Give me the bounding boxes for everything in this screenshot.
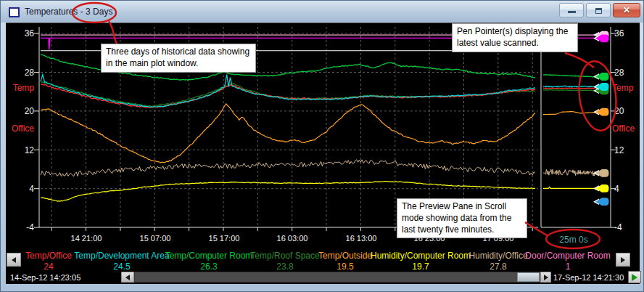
x-tick-4: 16 13:00 [339, 234, 383, 243]
window-title: Temperatures - 3 Days [25, 7, 112, 17]
legend-pen-name: Door/Computer Room [521, 251, 615, 261]
titlebar[interactable]: Temperatures - 3 Days ✕ [1, 1, 643, 23]
legend-pen-value: 1 [521, 262, 615, 272]
x-tick-3: 16 03:00 [271, 234, 314, 243]
scrollbar-right-button[interactable] [540, 272, 551, 283]
y-tick-right-36: 36 [614, 28, 643, 38]
maximize-button[interactable] [586, 3, 611, 17]
pen-axis-label-office-left: Office [2, 123, 34, 134]
arrow-right-icon [621, 257, 625, 263]
y-tick-left-28: 28 [2, 68, 34, 78]
close-button[interactable]: ✕ [613, 3, 640, 17]
window-icon [9, 7, 20, 17]
minimize-icon [568, 11, 576, 13]
maximize-icon [595, 8, 602, 14]
app-window: Temperatures - 3 Days ✕ 36 28 20 12 4 -4… [0, 0, 644, 292]
pen-axis-label-temp-left: Temp [2, 83, 34, 93]
close-icon: ✕ [614, 5, 640, 15]
y-tick-right-4: 4 [614, 184, 643, 194]
y-tick-right-neg4: -4 [614, 222, 643, 232]
y-tick-left-neg4: -4 [2, 222, 34, 232]
pen-axis-label-temp-right: Temp [612, 83, 633, 93]
note-pen-pointers: Pen Pointer(s) displaying the latest val… [452, 23, 578, 52]
scrollbar-left-button[interactable] [121, 272, 134, 283]
legend-scroll-right-button[interactable] [616, 253, 630, 267]
y-tick-left-12: 12 [2, 145, 34, 155]
preview-pane[interactable] [541, 27, 611, 227]
scroll-start-time: 14-Sep-12 14:23:05 [10, 273, 80, 282]
pen-axis-label-office-right: Office [612, 123, 635, 134]
y-tick-left-20: 20 [2, 106, 34, 116]
x-tick-2: 15 17:00 [202, 234, 246, 243]
y-tick-left-36: 36 [2, 28, 34, 38]
preview-duration-label: 25m 0s [552, 235, 595, 245]
legend-item-door-computer-room[interactable]: Door/Computer Room 1 [521, 251, 615, 272]
note-preview-pane: The Preview Pane in Scroll mode showing … [397, 198, 527, 238]
play-icon [632, 274, 637, 281]
note-main-plot: Three days of historical data showing in… [101, 44, 256, 73]
time-scrollbar-track[interactable] [134, 272, 550, 283]
arrow-right-icon [544, 275, 548, 280]
go-to-now-button[interactable] [628, 271, 641, 283]
y-tick-right-20: 20 [614, 106, 643, 116]
y-tick-right-12: 12 [614, 145, 643, 155]
scroll-end-time: 17-Sep-12 14:21:30 [553, 273, 624, 282]
arrow-left-icon [125, 275, 130, 280]
x-tick-0: 14 21:00 [65, 234, 108, 243]
minimize-button[interactable] [559, 3, 584, 17]
time-scrollbar-thumb[interactable] [517, 272, 540, 282]
y-tick-left-4: 4 [2, 184, 34, 194]
x-tick-1: 15 07:00 [133, 234, 177, 243]
y-tick-right-28: 28 [614, 68, 643, 78]
